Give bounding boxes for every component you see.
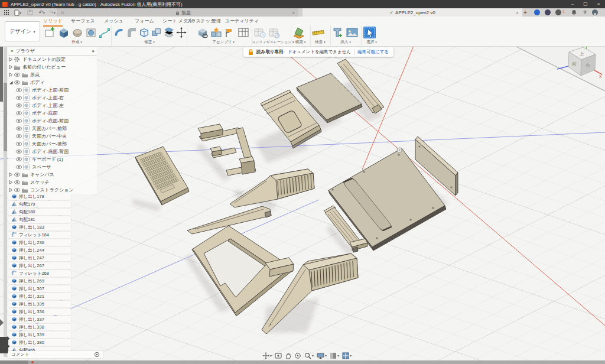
feature-item[interactable]: 押し出し336 [8, 308, 71, 315]
user-avatar[interactable] [592, 9, 598, 15]
visibility-eye-icon[interactable] [15, 126, 23, 131]
workspace-tab-5[interactable]: プラスチック [186, 18, 215, 25]
tab-untitled[interactable]: 無題 × [68, 8, 298, 17]
save-icon[interactable] [26, 8, 34, 17]
feature-item[interactable]: 押し出し339 [8, 332, 71, 338]
construct-plane-icon[interactable] [292, 26, 305, 39]
tree-item[interactable]: キャンバス [8, 171, 97, 178]
notifications-bell-icon[interactable] [570, 8, 578, 17]
app-grid-menu-icon[interactable] [2, 8, 11, 17]
workspace-tab-3[interactable]: フォーム [135, 18, 154, 25]
extrude-icon[interactable] [58, 26, 70, 39]
feature-item[interactable]: 押し出し247 [8, 255, 71, 261]
configuration-table-icon[interactable] [268, 26, 281, 39]
visibility-eye-icon[interactable] [15, 141, 23, 147]
expand-arrow-icon[interactable] [8, 180, 14, 185]
visibility-eye-icon[interactable] [15, 149, 23, 154]
configuration-icon[interactable]: ? [253, 26, 266, 39]
comment-bar[interactable]: コメント [8, 351, 103, 358]
tree-item[interactable]: ボディ-上面-右 [8, 94, 97, 102]
minimize-button[interactable]: – [566, 0, 579, 8]
expand-arrow-icon[interactable] [8, 187, 14, 193]
scrollbar-thumb[interactable] [4, 83, 7, 151]
feature-item[interactable]: 押し出し269 [8, 278, 71, 284]
expand-arrow-icon[interactable] [8, 64, 14, 70]
offset-plane-icon[interactable] [164, 26, 174, 39]
workspace-switcher-button[interactable]: デザイン▾ [5, 21, 40, 41]
tab-close-icon[interactable]: × [516, 10, 519, 15]
visibility-eye-icon[interactable] [14, 187, 21, 193]
expand-arrow-icon[interactable] [8, 57, 14, 62]
effects-icon[interactable]: ▾ [330, 352, 339, 359]
workspace-tab-2[interactable]: メッシュ [104, 18, 123, 25]
joint-icon[interactable] [210, 26, 222, 39]
select-icon[interactable] [363, 26, 377, 39]
expand-arrow-icon[interactable] [8, 72, 14, 77]
tree-item[interactable]: ボディ-上面-左 [8, 102, 97, 109]
pan-hand-icon[interactable] [285, 352, 291, 359]
collapsed-panel-arrow[interactable] [0, 319, 4, 326]
tree-item[interactable]: 天面カバー-前部 [8, 125, 97, 132]
visibility-eye-icon[interactable] [15, 134, 23, 139]
feature-item[interactable]: 押し出し307 [8, 285, 71, 292]
parameters-table-icon[interactable] [238, 26, 249, 39]
home-button[interactable]: ⌂ [57, 8, 69, 17]
comment-options-icon[interactable] [94, 352, 100, 358]
expand-arrow-icon[interactable] [8, 172, 14, 177]
feature-item[interactable]: 押し出し183 [8, 224, 71, 230]
feature-item[interactable]: 勾配179 [8, 201, 71, 207]
collapse-panel-icon[interactable]: « [11, 48, 13, 54]
fillet-icon[interactable] [126, 26, 137, 39]
press-pull-icon[interactable] [114, 26, 125, 39]
feature-item[interactable]: 押し出し236 [8, 239, 71, 246]
move-icon[interactable] [176, 26, 187, 39]
tree-item[interactable]: 天面カバー-中央 [8, 132, 97, 140]
feature-item[interactable]: 押し出し321 [8, 293, 71, 300]
visibility-eye-icon[interactable] [15, 110, 23, 116]
visibility-eye-icon[interactable] [14, 180, 21, 185]
extensions-icon[interactable] [545, 9, 551, 15]
visibility-eye-icon[interactable] [14, 80, 21, 85]
help-icon[interactable]: ? [581, 8, 589, 17]
browser-header[interactable]: « ブラウザ ● [8, 47, 97, 56]
tree-item[interactable]: 名前の付いたビュー [8, 63, 97, 71]
orbit-icon[interactable] [294, 352, 301, 359]
enable-edit-link[interactable]: 編集可能にする [357, 49, 389, 55]
feature-item[interactable]: フィレット184 [8, 232, 71, 238]
feature-item[interactable]: フィレット268 [8, 270, 71, 277]
part-keyboard[interactable] [135, 147, 189, 205]
tree-item[interactable]: スペーサ [8, 163, 97, 171]
browser-scrollbar[interactable] [4, 47, 7, 357]
clock-status-icon[interactable] [555, 9, 561, 15]
combine-icon[interactable] [151, 26, 162, 39]
tree-item[interactable]: ボディ-底面-背面 [8, 148, 97, 155]
undo-icon[interactable]: ↶▾ [37, 8, 47, 17]
tab-document-active[interactable]: ✓ APPLE2_open2 v0 × [302, 8, 522, 17]
tree-item[interactable]: スケッチ [8, 178, 97, 186]
timeline-marker[interactable] [31, 361, 34, 363]
feature-item[interactable]: 勾配181 [8, 216, 71, 223]
tree-item[interactable]: キーボード (1) [8, 155, 97, 163]
new-tab-button[interactable]: + [521, 8, 529, 17]
file-menu-icon[interactable]: ▾ [13, 8, 22, 17]
visibility-eye-icon[interactable] [15, 95, 23, 100]
feature-item[interactable]: 押し出し178 [8, 193, 71, 200]
workspace-tab-1[interactable]: サーフェス [71, 18, 95, 25]
primitive-icon[interactable] [85, 26, 97, 39]
origin-marker[interactable] [397, 148, 402, 152]
revolve-icon[interactable] [71, 26, 83, 39]
shell-icon[interactable] [139, 26, 149, 39]
tree-item[interactable]: 天面カバー-後部 [8, 140, 97, 148]
workspace-tab-7[interactable]: ユーティリティ [225, 18, 259, 25]
as-built-joint-icon[interactable] [224, 26, 236, 39]
tree-item[interactable]: ボディ-底面 [8, 109, 97, 117]
measure-icon[interactable] [312, 26, 325, 39]
display-settings-icon[interactable]: ▾ [317, 352, 327, 359]
create-sketch-icon[interactable] [44, 26, 56, 39]
feature-item[interactable]: 押し出し337 [8, 316, 71, 323]
tree-item[interactable]: ボディ [8, 79, 97, 86]
tree-item[interactable]: ボディ-上面-前面 [8, 86, 97, 94]
part-body-top-front-frame[interactable] [192, 226, 294, 316]
visibility-eye-icon[interactable] [14, 172, 21, 177]
visibility-eye-icon[interactable] [15, 164, 23, 170]
